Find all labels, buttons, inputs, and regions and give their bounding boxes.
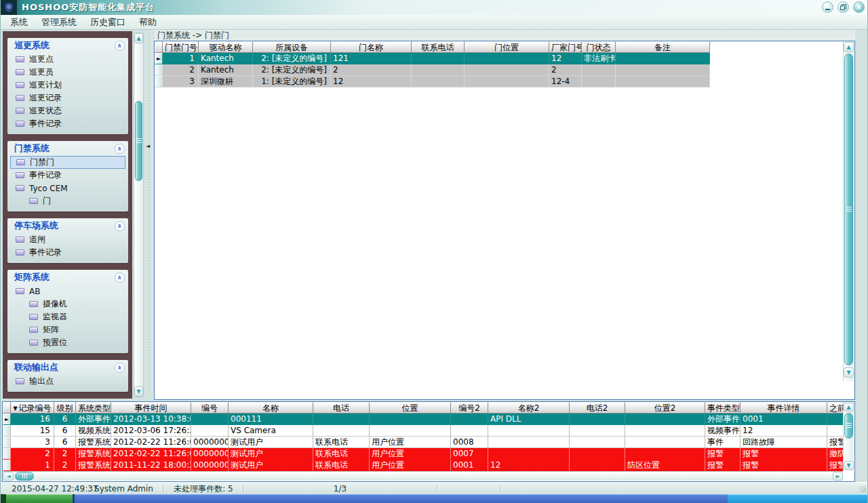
table-cell: 3 <box>163 76 199 87</box>
scroll-up-icon[interactable]: ▲ <box>844 42 854 52</box>
column-header-1[interactable]: 驱动名称 <box>199 41 253 53</box>
column-header-8[interactable]: 备注 <box>616 41 710 53</box>
main-scrollbar-thumb[interactable] <box>844 54 853 365</box>
sidebar-item[interactable]: 矩阵 <box>7 323 128 336</box>
column-header-7[interactable]: 位置 <box>370 402 451 414</box>
table-cell: 12-4 <box>549 76 582 87</box>
sidebar-item[interactable]: 事件记录 <box>7 117 128 130</box>
menu-item-0[interactable]: 系统 <box>3 15 35 30</box>
table-cell: API DLL <box>488 414 570 425</box>
table-row[interactable]: 36报警系统2012-02-22 11:26:0200000002测试用户联系电… <box>3 437 844 448</box>
system-tray-fragment[interactable] <box>728 494 868 503</box>
event-hscrollbar-thumb[interactable] <box>15 472 34 481</box>
column-header-3[interactable]: 门名称 <box>331 41 412 53</box>
event-hscrollbar[interactable]: ◄ ► <box>3 471 843 481</box>
scroll-down-icon[interactable]: ▼ <box>844 367 854 378</box>
column-header-0[interactable]: 门禁门号 <box>163 41 199 53</box>
column-header-3[interactable]: 事件时间 <box>111 402 191 414</box>
main-scrollbar[interactable]: ▲ ▼ <box>843 42 854 381</box>
collapse-button[interactable]: « <box>115 41 125 51</box>
sidebar-item[interactable]: 事件记录 <box>7 246 128 259</box>
collapse-button[interactable]: « <box>115 273 125 283</box>
table-row[interactable]: 22报警系统2012-02-22 11:26:0200000002测试用户联系电… <box>3 448 844 460</box>
column-header-4[interactable]: 编号 <box>191 402 229 414</box>
column-header-8[interactable]: 编号2 <box>451 402 488 414</box>
column-header-5[interactable]: 名称 <box>229 402 313 414</box>
sidebar-item[interactable]: 巡更状态 <box>7 104 128 117</box>
scroll-down-icon[interactable]: ▼ <box>844 461 854 470</box>
sidebar-panel-header[interactable]: 门禁系统« <box>7 141 128 156</box>
column-header-5[interactable]: 门位置 <box>465 41 549 53</box>
column-header-10[interactable]: 电话2 <box>570 402 625 414</box>
table-row[interactable]: 2Kantech2: [未定义的编号]22 <box>155 64 710 76</box>
sidebar-splitter[interactable]: ◄ <box>145 31 153 399</box>
sidebar-item[interactable]: 输出点 <box>7 375 128 388</box>
column-header-2[interactable]: 所属设备 <box>253 41 331 53</box>
sidebar-item[interactable]: 门禁门 <box>10 156 125 169</box>
scroll-right-icon[interactable]: ► <box>833 472 843 481</box>
collapse-button[interactable]: « <box>115 144 125 154</box>
sidebar-scrollbar-thumb[interactable] <box>135 101 142 181</box>
sidebar-item[interactable]: 门 <box>7 195 128 207</box>
column-header-6[interactable]: 电话 <box>313 402 370 414</box>
sidebar-panel-header[interactable]: 停车场系统« <box>7 218 128 233</box>
sidebar-item[interactable]: 巡更计划 <box>7 79 128 92</box>
scroll-down-icon[interactable]: ▼ <box>134 386 143 397</box>
table-row[interactable]: ►1Kantech2: [未定义的编号]12112非法刷卡 <box>155 53 710 64</box>
column-header-13[interactable]: 事件详情 <box>741 402 827 414</box>
table-row[interactable]: 12报警系统2011-11-22 18:00:2700000003测试用户联系电… <box>3 460 844 471</box>
table-row[interactable]: 3深圳微耕1: [未定义的编号]1212-4 <box>155 76 710 87</box>
column-header-1[interactable]: 级别 <box>54 402 76 414</box>
close-button[interactable]: × <box>853 1 865 13</box>
menu-item-2[interactable]: 历史窗口 <box>83 15 132 30</box>
sidebar-panel-header[interactable]: 巡更系统« <box>7 38 128 53</box>
column-header-12[interactable]: 事件类型 <box>705 402 741 414</box>
sidebar-panel-header[interactable]: 矩阵系统« <box>7 270 128 285</box>
menu-item-1[interactable]: 管理系统 <box>35 15 83 30</box>
sidebar-item[interactable]: 预置位 <box>7 336 128 349</box>
column-header-7[interactable]: 门状态 <box>582 41 616 53</box>
table-cell <box>616 76 710 87</box>
sidebar-item[interactable]: 道闸 <box>7 233 128 246</box>
maximize-button[interactable] <box>837 1 849 13</box>
table-cell: 1: [未定义的编号] <box>253 76 331 87</box>
column-header-6[interactable]: 厂家门号 <box>549 41 582 53</box>
resize-grip[interactable] <box>859 486 866 492</box>
splitter-collapse-icon[interactable]: ◄ <box>146 143 150 149</box>
column-header-9[interactable]: 名称2 <box>488 402 570 414</box>
sidebar-item[interactable]: 巡更记录 <box>7 92 128 104</box>
sidebar-item[interactable]: 监视器 <box>7 310 128 323</box>
maximize-icon <box>840 4 846 10</box>
scroll-left-icon[interactable]: ◄ <box>3 472 14 481</box>
column-header-0[interactable]: ▼记录编号 <box>11 402 54 414</box>
collapse-button[interactable]: « <box>115 363 125 373</box>
sidebar-item[interactable]: 巡更员 <box>7 66 128 79</box>
sidebar-item[interactable]: AB <box>7 285 128 298</box>
scroll-up-icon[interactable]: ▲ <box>134 33 143 43</box>
sidebar-panel-header[interactable]: 联动输出点« <box>7 360 128 375</box>
scroll-up-icon[interactable]: ▲ <box>844 403 854 411</box>
column-header-4[interactable]: 联系电话 <box>412 41 465 53</box>
minimize-icon <box>825 9 830 10</box>
collapse-button[interactable]: « <box>115 221 125 231</box>
taskbar-fragment[interactable] <box>75 494 728 503</box>
sidebar-item[interactable]: 事件记录 <box>7 169 128 182</box>
menu-item-3[interactable]: 帮助 <box>132 15 163 30</box>
table-cell: 6 <box>54 437 76 448</box>
sidebar-scrollbar[interactable]: ▲ ▼ <box>134 33 144 397</box>
row-indicator-header-cell <box>3 402 11 414</box>
start-button-fragment[interactable] <box>6 494 73 503</box>
sidebar-item[interactable]: 摄像机 <box>7 298 128 310</box>
table-row[interactable]: 156视频系统2012-03-06 17:26:34VS Camera视频事件1… <box>3 425 844 437</box>
sidebar-item[interactable]: 巡更点 <box>7 53 128 66</box>
event-scrollbar-thumb[interactable] <box>844 413 853 439</box>
row-indicator-cell <box>3 425 11 437</box>
table-row[interactable]: ►166外部事件2012-03-13 10:38:04000111API DLL… <box>3 414 844 425</box>
column-header-2[interactable]: 系统类型 <box>76 402 111 414</box>
minimize-button[interactable] <box>822 1 833 13</box>
column-header-11[interactable]: 位置2 <box>625 402 705 414</box>
column-header-14[interactable]: 之前状 <box>827 402 844 414</box>
sidebar-item[interactable]: Tyco CEM <box>7 182 128 195</box>
event-scrollbar[interactable]: ▲ ▼ <box>843 403 854 471</box>
node-icon <box>16 121 24 127</box>
